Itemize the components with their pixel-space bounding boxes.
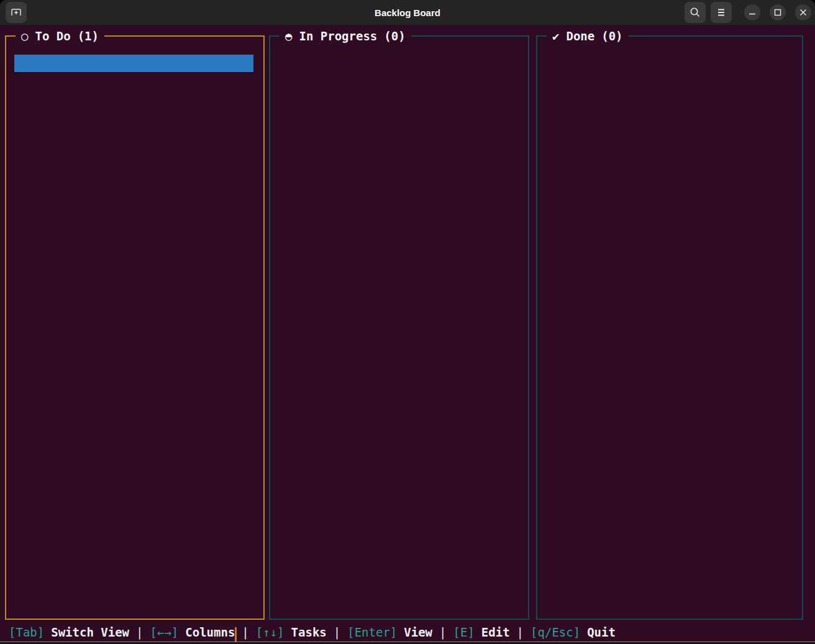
hint-key-enter: [Enter]	[347, 625, 397, 639]
column-in-progress-header: ◓ In Progress (0)	[280, 28, 411, 44]
hint-separator: |	[517, 625, 524, 639]
column-todo-header: ○ To Do (1)	[16, 28, 104, 44]
search-button[interactable]	[685, 2, 706, 23]
menu-button[interactable]	[711, 2, 732, 23]
status-bar: [Tab] Switch View | [←→] Columns | [↑↓] …	[0, 623, 815, 642]
terminal-window: Backlog Board	[0, 0, 815, 644]
column-done-name: Done	[566, 28, 594, 44]
hint-key-tab: [Tab]	[9, 625, 44, 639]
hint-key-up-down: [↑↓]	[256, 625, 285, 639]
column-todo: ○ To Do (1) task-001 - Compact legend of…	[5, 35, 265, 620]
column-in-progress-count: (0)	[384, 28, 405, 44]
hint-key-e: [E]	[453, 625, 475, 639]
column-todo-count: (1)	[78, 28, 99, 44]
hint-key-q-esc: [q/Esc]	[530, 625, 580, 639]
hint-separator: |	[242, 625, 248, 639]
window-bottom-edge	[0, 642, 815, 644]
hint-separator: |	[334, 625, 340, 639]
column-done-count: (0)	[601, 28, 622, 44]
hint-label-columns: Columns	[185, 625, 235, 639]
open-circle-icon: ○	[21, 28, 28, 44]
column-done-header: ✔ Done (0)	[547, 28, 629, 44]
column-in-progress: ◓ In Progress (0)	[269, 35, 529, 620]
new-tab-button[interactable]	[6, 2, 27, 23]
terminal-screen: ○ To Do (1) task-001 - Compact legend of…	[0, 25, 815, 644]
minimize-icon	[744, 4, 760, 20]
hint-key-left-right: [←→]	[150, 625, 179, 639]
hint-label-tasks: Tasks	[291, 625, 327, 639]
hint-label-view: View	[404, 625, 432, 639]
hint-separator: |	[439, 625, 446, 639]
titlebar: Backlog Board	[0, 0, 815, 25]
new-tab-icon	[9, 5, 24, 20]
column-in-progress-name: In Progress	[299, 28, 377, 44]
hamburger-menu-icon	[714, 5, 729, 20]
hint-label-edit: Edit	[481, 625, 510, 639]
close-button[interactable]	[795, 4, 811, 20]
task-item[interactable]: task-001 - Compact legend of the	[14, 55, 253, 72]
column-done: ✔ Done (0)	[536, 35, 803, 620]
hint-separator: |	[136, 625, 143, 639]
half-circle-icon: ◓	[285, 28, 292, 44]
check-icon: ✔	[552, 28, 559, 44]
hint-label-switch-view: Switch View	[51, 625, 129, 639]
maximize-icon	[770, 4, 786, 20]
column-todo-name: To Do	[35, 28, 70, 44]
search-icon	[688, 5, 703, 20]
minimize-button[interactable]	[744, 4, 760, 20]
close-icon	[795, 4, 811, 20]
terminal-cursor	[235, 627, 237, 642]
hint-label-quit: Quit	[587, 625, 616, 639]
maximize-button[interactable]	[770, 4, 786, 20]
